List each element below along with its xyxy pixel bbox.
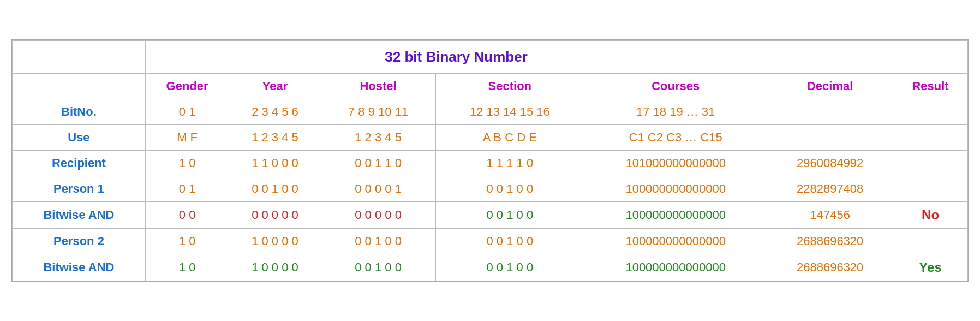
cell-person2-courses: 100000000000000 [584, 228, 767, 254]
cell-and2-year: 1 0 0 0 0 [229, 254, 321, 281]
col-result: Result [893, 73, 968, 99]
cell-use-courses: C1 C2 C3 … C15 [584, 124, 767, 150]
row-label-recipient: Recipient [13, 150, 146, 176]
row-label-bitwise-and1: Bitwise AND [13, 201, 146, 228]
cell-recipient-courses: 101000000000000 [584, 150, 767, 176]
main-container: 32 bit Binary Number Gender Year Hostel … [11, 39, 969, 282]
col-decimal: Decimal [767, 73, 893, 99]
col-courses: Courses [584, 73, 767, 99]
col-year: Year [229, 73, 321, 99]
result-yes-badge: Yes [919, 260, 941, 275]
table-row: Person 2 1 0 1 0 0 0 0 0 0 1 0 0 0 0 1 0… [13, 228, 968, 254]
cell-use-decimal [767, 124, 893, 150]
cell-and1-year: 0 0 0 0 0 [229, 201, 321, 228]
cell-bitno-year: 2 3 4 5 6 [229, 99, 321, 124]
cell-person1-result [893, 176, 968, 201]
cell-and1-hostel: 0 0 0 0 0 [321, 201, 435, 228]
table-row: Person 1 0 1 0 0 1 0 0 0 0 0 0 1 0 0 1 0… [13, 176, 968, 201]
cell-bitno-courses: 17 18 19 … 31 [584, 99, 767, 124]
cell-recipient-decimal: 2960084992 [767, 150, 893, 176]
cell-person2-gender: 1 0 [145, 228, 229, 254]
cell-and1-section: 0 0 1 0 0 [435, 201, 584, 228]
cell-person2-decimal: 2688696320 [767, 228, 893, 254]
cell-person2-hostel: 0 0 1 0 0 [321, 228, 435, 254]
cell-person2-section: 0 0 1 0 0 [435, 228, 584, 254]
cell-bitno-gender: 0 1 [145, 99, 229, 124]
cell-and2-gender: 1 0 [145, 254, 229, 281]
row-label-person1: Person 1 [13, 176, 146, 201]
header-empty-left [13, 40, 146, 73]
table-row: Use M F 1 2 3 4 5 1 2 3 4 5 A B C D E C1… [13, 124, 968, 150]
row-label-bitwise-and2: Bitwise AND [13, 254, 146, 281]
result-no-badge: No [922, 207, 939, 222]
cell-person1-section: 0 0 1 0 0 [435, 176, 584, 201]
cell-and2-section: 0 0 1 0 0 [435, 254, 584, 281]
main-header: 32 bit Binary Number [145, 40, 767, 73]
cell-use-section: A B C D E [435, 124, 584, 150]
cell-person1-courses: 100000000000000 [584, 176, 767, 201]
table-row: BitNo. 0 1 2 3 4 5 6 7 8 9 10 11 12 13 1… [13, 99, 968, 124]
col-label-empty [13, 73, 146, 99]
cell-and2-decimal: 2688696320 [767, 254, 893, 281]
cell-recipient-year: 1 1 0 0 0 [229, 150, 321, 176]
cell-use-result [893, 124, 968, 150]
cell-bitno-section: 12 13 14 15 16 [435, 99, 584, 124]
cell-and1-gender: 0 0 [145, 201, 229, 228]
row-label-person2: Person 2 [13, 228, 146, 254]
cell-recipient-section: 1 1 1 1 0 [435, 150, 584, 176]
col-gender: Gender [145, 73, 229, 99]
header-empty-decimal [767, 40, 893, 73]
cell-person1-hostel: 0 0 0 0 1 [321, 176, 435, 201]
table-row: Bitwise AND 1 0 1 0 0 0 0 0 0 1 0 0 0 0 … [13, 254, 968, 281]
cell-recipient-hostel: 0 0 1 1 0 [321, 150, 435, 176]
cell-person2-year: 1 0 0 0 0 [229, 228, 321, 254]
cell-recipient-result [893, 150, 968, 176]
cell-recipient-gender: 1 0 [145, 150, 229, 176]
header-empty-result [893, 40, 968, 73]
table-row: Bitwise AND 0 0 0 0 0 0 0 0 0 0 0 0 0 0 … [13, 201, 968, 228]
cell-and1-decimal: 147456 [767, 201, 893, 228]
col-hostel: Hostel [321, 73, 435, 99]
cell-and1-courses: 100000000000000 [584, 201, 767, 228]
cell-bitno-result [893, 99, 968, 124]
cell-person1-year: 0 0 1 0 0 [229, 176, 321, 201]
cell-and2-courses: 100000000000000 [584, 254, 767, 281]
cell-person1-gender: 0 1 [145, 176, 229, 201]
row-label-bitno: BitNo. [13, 99, 146, 124]
cell-bitno-hostel: 7 8 9 10 11 [321, 99, 435, 124]
col-section: Section [435, 73, 584, 99]
cell-use-gender: M F [145, 124, 229, 150]
cell-person2-result [893, 228, 968, 254]
row-label-use: Use [13, 124, 146, 150]
cell-person1-decimal: 2282897408 [767, 176, 893, 201]
cell-bitno-decimal [767, 99, 893, 124]
cell-and2-hostel: 0 0 1 0 0 [321, 254, 435, 281]
cell-use-hostel: 1 2 3 4 5 [321, 124, 435, 150]
table-row: Recipient 1 0 1 1 0 0 0 0 0 1 1 0 1 1 1 … [13, 150, 968, 176]
cell-use-year: 1 2 3 4 5 [229, 124, 321, 150]
